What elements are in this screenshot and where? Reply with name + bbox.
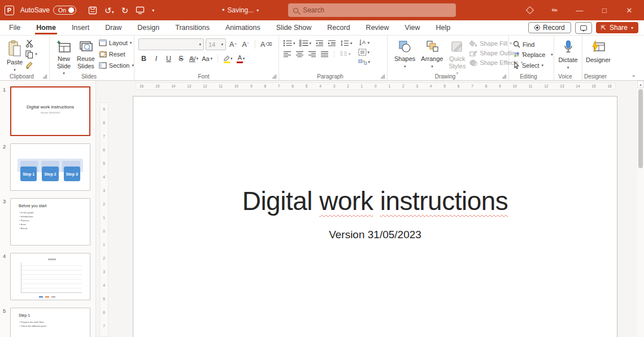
quick-styles-button[interactable]: Quick Styles ▾ — [446, 38, 468, 77]
bullets-caret-icon[interactable]: ▾ — [293, 41, 295, 46]
align-center-button[interactable] — [295, 51, 304, 58]
search-box[interactable] — [288, 3, 456, 17]
layout-caret-icon[interactable]: ▾ — [130, 41, 132, 45]
customize-quick-access-caret-icon[interactable]: ▾ — [152, 8, 154, 13]
decrease-font-size-button[interactable]: Aˇ — [240, 39, 251, 50]
save-icon[interactable] — [88, 6, 97, 15]
tab-animations[interactable]: Animations — [224, 21, 262, 34]
share-button[interactable]: ⇱ Share ▾ — [596, 22, 638, 33]
smartart-caret-icon[interactable]: ▾ — [368, 60, 371, 64]
text-direction-caret-icon[interactable]: ▾ — [368, 41, 370, 45]
dictate-button[interactable]: Dictate ▾ — [555, 38, 580, 72]
convert-to-smartart-button[interactable]: ▾ — [358, 58, 371, 65]
numbering-caret-icon[interactable]: ▾ — [310, 41, 312, 46]
slide-thumbnail-5[interactable]: 5 Step 1• Prepare the work floor• Check … — [10, 308, 90, 337]
increase-indent-button[interactable] — [328, 40, 336, 47]
slide-title[interactable]: Digital work instructions — [133, 186, 617, 216]
columns-caret-icon[interactable]: ▾ — [349, 52, 351, 56]
font-color-button[interactable]: A ▾ — [236, 53, 246, 64]
slide-thumbnail-2[interactable]: 2 Step 1Step 2Step 3 — [10, 143, 90, 191]
font-color-caret-icon[interactable]: ▾ — [243, 56, 245, 61]
paste-caret-icon[interactable]: ▾ — [14, 68, 16, 72]
line-spacing-caret-icon[interactable]: ▾ — [350, 41, 353, 46]
minimize-button[interactable]: — — [568, 2, 591, 19]
section-caret-icon[interactable]: ▾ — [132, 63, 134, 68]
clipboard-dialog-launcher[interactable] — [43, 75, 47, 78]
shapes-caret-icon[interactable]: ▾ — [404, 64, 406, 69]
tab-file[interactable]: File — [8, 21, 21, 34]
scroll-up-arrow-icon[interactable]: ▲ — [637, 81, 644, 88]
select-caret-icon[interactable]: ▾ — [542, 63, 544, 68]
arrange-caret-icon[interactable]: ▾ — [431, 64, 433, 69]
text-highlight-button[interactable]: ▾ — [222, 53, 234, 64]
align-text-button[interactable]: ▾ — [358, 49, 371, 56]
layout-button[interactable]: Layout ▾ — [99, 40, 134, 46]
section-button[interactable]: Section ▾ — [99, 62, 134, 69]
close-button[interactable]: ✕ — [618, 2, 641, 19]
replace-caret-icon[interactable]: ▾ — [551, 52, 553, 57]
select-button[interactable]: Select ▾ — [513, 62, 553, 69]
dictate-caret-icon[interactable]: ▾ — [567, 65, 569, 70]
maximize-button[interactable]: □ — [593, 2, 616, 19]
paste-button[interactable]: Paste ▾ — [4, 38, 25, 74]
cut-button[interactable] — [25, 40, 37, 47]
undo-caret-icon[interactable]: ▾ — [112, 10, 114, 15]
slide-canvas[interactable]: Digital work instructions Version 31/05/… — [133, 96, 617, 337]
decrease-indent-button[interactable] — [315, 40, 324, 47]
bullets-button[interactable]: ▾ — [283, 40, 295, 47]
scrollbar-thumb[interactable] — [638, 89, 643, 168]
premium-diamond-icon[interactable] — [519, 2, 541, 19]
start-slideshow-icon[interactable] — [136, 6, 145, 14]
tab-help[interactable]: Help — [434, 21, 451, 34]
designer-button[interactable]: Designer — [583, 38, 613, 65]
slide-thumbnail-3[interactable]: 3 Before you start• In this guide• Intro… — [10, 198, 90, 246]
new-slide-button[interactable]: New Slide ▾ — [54, 38, 74, 77]
tab-record[interactable]: Record — [326, 21, 351, 34]
align-left-button[interactable] — [283, 51, 291, 58]
horizontal-ruler[interactable]: 1615141312111098765432101234567891011121… — [136, 82, 616, 90]
tab-view[interactable]: View — [404, 21, 421, 34]
font-name-combo[interactable]: ▾ — [138, 38, 204, 50]
tab-review[interactable]: Review — [365, 21, 390, 34]
undo-button[interactable]: ↺▾ — [105, 6, 114, 15]
slide-subtitle[interactable]: Version 31/05/2023 — [133, 229, 617, 241]
shapes-button[interactable]: Shapes ▾ — [391, 38, 418, 71]
bold-button[interactable]: B — [138, 53, 149, 64]
tab-home[interactable]: Home — [35, 21, 57, 34]
tab-insert[interactable]: Insert — [71, 21, 90, 34]
autosave-control[interactable]: AutoSave On — [20, 6, 76, 15]
search-input[interactable] — [303, 6, 451, 14]
drawing-dialog-launcher[interactable] — [502, 75, 506, 78]
arrange-button[interactable]: Arrange ▾ — [418, 38, 446, 71]
tab-slide-show[interactable]: Slide Show — [275, 21, 313, 34]
save-status[interactable]: • Saving... ▾ — [222, 6, 259, 14]
copy-button[interactable]: ▾ — [25, 50, 37, 59]
tab-draw[interactable]: Draw — [104, 21, 123, 34]
italic-button[interactable]: I — [151, 53, 162, 64]
slide-thumbnail-1[interactable]: 1 Digital work instructions Version 31/0… — [10, 86, 90, 136]
slide-thumbnail-4[interactable]: 4 — [10, 253, 90, 300]
powerpoint-logo-icon[interactable]: P — [5, 6, 14, 15]
highlight-caret-icon[interactable]: ▾ — [230, 56, 233, 61]
autosave-toggle[interactable]: On — [53, 6, 76, 15]
record-button[interactable]: Record — [528, 22, 571, 33]
tab-transitions[interactable]: Transitions — [174, 21, 211, 34]
align-right-button[interactable] — [308, 51, 316, 58]
copy-caret-icon[interactable]: ▾ — [35, 52, 37, 56]
redo-button[interactable]: ↻ — [121, 6, 129, 15]
comments-button[interactable] — [575, 22, 592, 34]
line-spacing-button[interactable]: ▾ — [340, 40, 353, 47]
reset-button[interactable]: Reset — [99, 51, 134, 58]
slide-thumbnail-panel[interactable]: 1 Digital work instructions Version 31/0… — [0, 81, 96, 337]
character-spacing-button[interactable]: AV▾ — [188, 53, 199, 64]
vertical-ruler[interactable]: 98765432101234567 — [99, 102, 108, 337]
columns-button[interactable]: ▾ — [340, 51, 351, 58]
format-painter-button[interactable] — [25, 61, 37, 69]
replace-button[interactable]: Replace ▾ — [513, 51, 553, 58]
reuse-slides-button[interactable]: Reuse Slides — [74, 38, 98, 71]
vertical-scrollbar[interactable]: ▲ — [637, 81, 644, 337]
saving-caret-icon[interactable]: ▾ — [256, 8, 259, 13]
paragraph-dialog-launcher[interactable] — [381, 75, 385, 78]
find-button[interactable]: Find — [513, 41, 553, 48]
text-direction-button[interactable]: A ▾ — [358, 39, 371, 46]
